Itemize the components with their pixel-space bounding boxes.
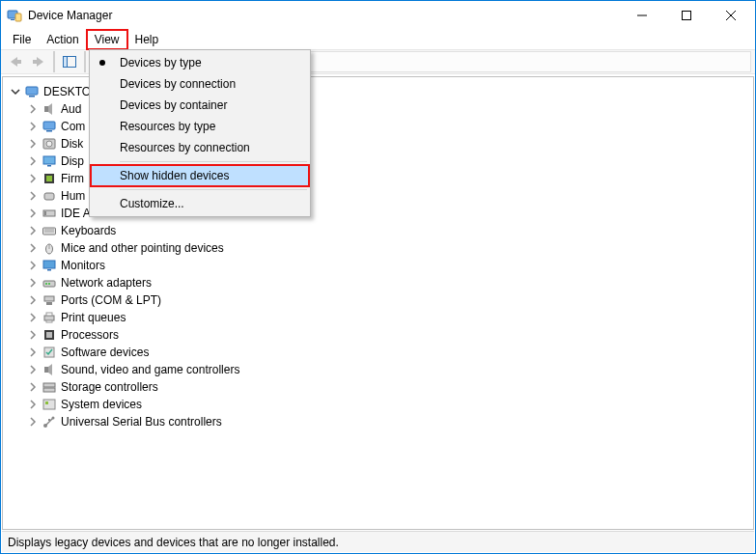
svg-rect-12 xyxy=(29,96,35,97)
svg-point-17 xyxy=(46,141,52,147)
expand-icon[interactable] xyxy=(26,380,40,394)
expand-icon[interactable] xyxy=(26,102,40,116)
expand-icon[interactable] xyxy=(26,137,40,151)
disk-icon xyxy=(42,136,57,152)
display-icon xyxy=(42,153,57,169)
expand-icon[interactable] xyxy=(26,311,40,324)
expand-icon[interactable] xyxy=(26,398,40,411)
maximize-button[interactable] xyxy=(664,1,709,30)
tree-node[interactable]: Mice and other pointing devices xyxy=(7,239,749,257)
menu-view[interactable]: View xyxy=(87,30,127,49)
svg-rect-37 xyxy=(44,316,54,320)
menu-action-label: Action xyxy=(46,33,78,46)
tree-node[interactable]: System devices xyxy=(7,396,749,413)
tree-node-label: Processors xyxy=(61,326,119,344)
svg-rect-46 xyxy=(43,400,55,409)
tree-node[interactable]: Universal Serial Bus controllers xyxy=(7,413,749,430)
menu-action[interactable]: Action xyxy=(39,30,86,49)
svg-point-33 xyxy=(45,283,47,285)
view-dropdown: Devices by typeDevices by connectionDevi… xyxy=(89,49,311,217)
svg-rect-15 xyxy=(46,130,52,132)
collapse-icon[interactable] xyxy=(9,85,22,98)
svg-rect-39 xyxy=(46,320,52,322)
expand-icon[interactable] xyxy=(26,346,40,359)
menu-item[interactable]: Devices by connection xyxy=(91,73,309,95)
menubar: File Action View Help xyxy=(1,30,755,49)
tree-node[interactable]: Print queues xyxy=(7,309,749,326)
svg-rect-35 xyxy=(44,296,54,301)
printer-icon xyxy=(42,310,57,325)
svg-rect-30 xyxy=(43,261,55,268)
toolbar-separator xyxy=(84,51,86,72)
computer-icon xyxy=(42,119,57,134)
svg-point-34 xyxy=(48,283,50,285)
monitor-icon xyxy=(42,258,57,273)
svg-rect-4 xyxy=(683,12,691,20)
menu-item[interactable]: Customize... xyxy=(91,193,309,214)
tree-node[interactable]: Network adapters xyxy=(7,274,749,291)
tree-node-label: IDE A xyxy=(61,205,91,222)
expand-icon[interactable] xyxy=(26,207,40,220)
svg-rect-13 xyxy=(44,106,48,112)
svg-point-49 xyxy=(52,417,55,420)
expand-icon[interactable] xyxy=(26,259,40,272)
back-button[interactable] xyxy=(5,51,26,72)
expand-icon[interactable] xyxy=(26,276,40,290)
cpu-icon xyxy=(42,327,57,343)
svg-rect-19 xyxy=(47,165,51,167)
hid-icon xyxy=(42,188,57,204)
speaker-icon xyxy=(42,362,57,377)
menu-item[interactable]: Resources by connection xyxy=(91,137,309,158)
svg-rect-31 xyxy=(47,269,51,271)
expand-icon[interactable] xyxy=(26,120,40,133)
menu-item-label: Customize... xyxy=(120,197,184,210)
tree-node-label: Universal Serial Bus controllers xyxy=(61,413,222,430)
tree-root-label: DESKTO xyxy=(43,83,91,100)
device-manager-icon xyxy=(7,8,22,23)
expand-icon[interactable] xyxy=(26,363,40,376)
expand-icon[interactable] xyxy=(26,415,40,429)
menu-file[interactable]: File xyxy=(5,30,39,49)
tree-node[interactable]: Processors xyxy=(7,326,749,344)
expand-icon[interactable] xyxy=(26,224,40,237)
svg-rect-1 xyxy=(11,19,14,20)
tree-node-label: Keyboards xyxy=(61,222,116,239)
svg-rect-10 xyxy=(64,57,68,68)
expand-icon[interactable] xyxy=(26,172,40,185)
tree-node[interactable]: Monitors xyxy=(7,257,749,274)
tree-node[interactable]: Storage controllers xyxy=(7,378,749,396)
svg-rect-22 xyxy=(44,193,54,200)
forward-button[interactable] xyxy=(28,51,49,72)
tree-node-label: Disk xyxy=(61,135,83,152)
expand-icon[interactable] xyxy=(26,293,40,307)
svg-rect-36 xyxy=(46,302,52,305)
tree-node[interactable]: Software devices xyxy=(7,344,749,361)
close-button[interactable] xyxy=(709,1,753,30)
svg-rect-11 xyxy=(26,87,38,95)
tree-node[interactable]: Ports (COM & LPT) xyxy=(7,291,749,309)
expand-icon[interactable] xyxy=(26,154,40,168)
minimize-button[interactable] xyxy=(620,1,664,30)
menu-item[interactable]: Devices by type xyxy=(91,52,309,73)
tree-node[interactable]: Keyboards xyxy=(7,222,749,239)
expand-icon[interactable] xyxy=(26,189,40,203)
tree-node[interactable]: Sound, video and game controllers xyxy=(7,361,749,378)
menu-item-label: Devices by container xyxy=(120,98,227,112)
tree-node-label: System devices xyxy=(61,396,142,413)
svg-rect-18 xyxy=(43,156,55,164)
expand-icon[interactable] xyxy=(26,328,40,342)
show-hide-console-tree-button[interactable] xyxy=(59,51,80,72)
port-icon xyxy=(42,292,57,308)
menu-help[interactable]: Help xyxy=(127,30,167,49)
menu-help-label: Help xyxy=(135,33,159,46)
menu-item[interactable]: Show hidden devices xyxy=(91,165,309,186)
svg-rect-14 xyxy=(43,122,55,129)
tree-node-label: Monitors xyxy=(61,257,105,274)
svg-rect-38 xyxy=(46,313,52,316)
menu-item[interactable]: Resources by type xyxy=(91,116,309,137)
tree-node-label: Hum xyxy=(61,187,85,205)
expand-icon[interactable] xyxy=(26,241,40,255)
svg-rect-50 xyxy=(48,419,50,421)
menu-item[interactable]: Devices by container xyxy=(91,95,309,116)
statusbar-text: Displays legacy devices and devices that… xyxy=(8,536,339,549)
